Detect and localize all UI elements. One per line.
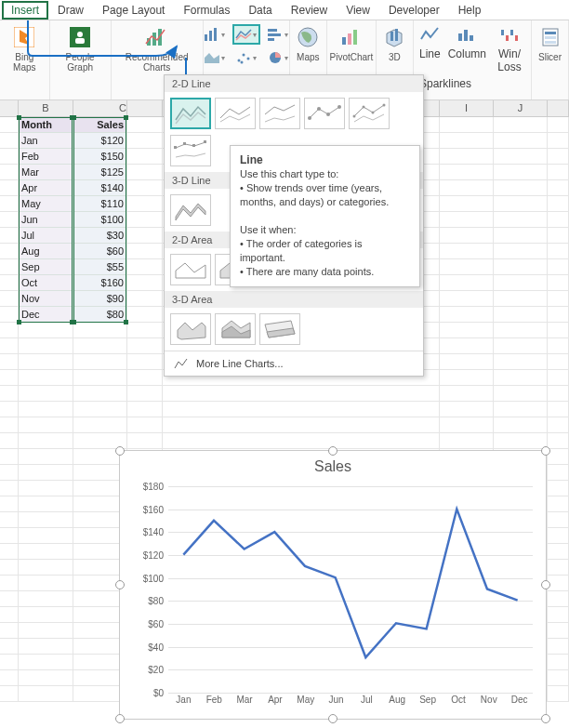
cell[interactable]: Nov [19,291,73,307]
chart-option-100stacked-line-markers[interactable] [170,135,211,166]
svg-rect-44 [174,146,177,149]
tab-help[interactable]: Help [449,1,491,20]
insert-area-chart-button[interactable]: ▾ [201,47,229,68]
cell[interactable]: Mar [19,165,73,180]
svg-rect-22 [353,30,357,45]
chart-option-area[interactable] [170,254,211,285]
cell[interactable]: Jan [19,133,73,149]
svg-rect-11 [268,29,277,32]
tab-formulas[interactable]: Formulas [174,1,239,20]
tab-review[interactable]: Review [282,1,337,20]
svg-point-17 [241,61,244,64]
resize-handle[interactable] [541,714,550,723]
svg-rect-29 [506,35,509,41]
col-header-J[interactable]: J [494,100,548,117]
chart-tooltip: Line Use this chart type to: • Show tren… [230,145,420,287]
svg-rect-4 [75,38,85,44]
cell[interactable]: $60 [73,244,127,259]
cell[interactable]: Feb [19,149,73,165]
slicer-button[interactable]: Slicer [532,20,569,99]
cell[interactable]: $90 [73,291,127,307]
chart-option-stacked-line-markers[interactable] [349,98,390,129]
svg-rect-45 [183,142,186,145]
tab-draw[interactable]: Draw [48,1,93,20]
section-2d-line: 2-D Line [165,75,423,92]
sparkline-winloss-label: Win/ Loss [494,47,525,73]
resize-handle[interactable] [541,580,550,589]
col-header-C[interactable]: C [73,100,127,117]
resize-handle[interactable] [115,446,125,456]
sparkline-winloss-button[interactable]: Win/ Loss [494,24,525,73]
cell[interactable]: $120 [73,133,127,149]
tab-data[interactable]: Data [239,1,281,20]
people-graph-button[interactable]: People Graph [50,20,112,99]
insert-bar-chart-button[interactable]: ▾ [264,24,292,45]
insert-column-chart-button[interactable]: ▾ [201,24,229,45]
cell[interactable]: $150 [73,149,127,165]
svg-rect-26 [464,30,468,41]
cell[interactable]: Jun [19,212,73,228]
cell[interactable]: $30 [73,228,127,244]
chart-option-100stacked-line[interactable] [259,98,300,129]
resize-handle[interactable] [541,446,550,456]
insert-line-chart-button[interactable]: ▾ [232,24,260,45]
sparkline-column-button[interactable]: Column [448,24,486,73]
chart-option-3d-line[interactable] [170,194,211,226]
cell[interactable]: Oct [19,275,73,291]
pivotchart-label: PivotChart [330,52,374,62]
chart-option-3d-area[interactable] [170,313,211,345]
svg-rect-20 [342,37,346,45]
ribbon-tabs: Insert Draw Page Layout Formulas Data Re… [0,0,569,20]
resize-handle[interactable] [115,714,125,723]
insert-scatter-chart-button[interactable]: ▾ [232,47,260,68]
insert-pie-chart-button[interactable]: ▾ [264,47,292,68]
3d-map-icon [381,24,407,50]
resize-handle[interactable] [328,714,337,723]
more-line-charts-label: More Line Charts... [196,358,284,369]
cell[interactable]: Dec [19,307,73,323]
svg-point-41 [363,106,365,109]
resize-handle[interactable] [115,580,125,589]
cell[interactable]: $110 [73,196,127,212]
chart-option-stacked-line[interactable] [215,98,256,129]
embedded-chart[interactable]: Sales $0$20$40$60$80$100$120$140$160$180… [119,450,547,720]
tooltip-title: Line [240,153,263,166]
resize-handle[interactable] [328,446,337,456]
bing-maps-button[interactable]: Bing Maps [0,20,50,99]
col-header-B[interactable]: B [19,100,73,117]
svg-point-40 [353,115,356,118]
cell[interactable]: Jul [19,228,73,244]
maps-icon [295,24,321,50]
tooltip-bullet: • There are many data points. [240,266,374,277]
tab-page-layout[interactable]: Page Layout [93,1,174,20]
cell[interactable]: May [19,196,73,212]
tab-view[interactable]: View [337,1,379,20]
plot-area[interactable]: $0$20$40$60$80$100$120$140$160$180JanFeb… [168,486,533,691]
cell[interactable]: $100 [73,212,127,228]
svg-point-15 [243,54,245,57]
col-header-I[interactable]: I [440,100,494,117]
tooltip-bullet: • Show trends over time (years, months, … [240,182,389,207]
svg-rect-21 [348,33,351,45]
svg-rect-24 [395,29,398,41]
cell[interactable]: Apr [19,180,73,196]
cell[interactable]: $140 [73,180,127,196]
more-line-charts[interactable]: More Line Charts... [165,351,423,376]
sparklines-group: Line Column Win/ Loss Sparklines [414,20,532,99]
cell[interactable]: Aug [19,244,73,259]
chart-option-3d-stacked-area[interactable] [215,313,256,345]
tab-insert[interactable]: Insert [2,1,48,20]
cell[interactable]: Sales [73,117,127,133]
chart-option-3d-100stacked-area[interactable] [259,313,300,345]
cell[interactable]: $80 [73,307,127,323]
cell[interactable]: $125 [73,165,127,180]
chart-option-line-markers[interactable] [304,98,345,129]
cell[interactable]: Month [19,117,73,133]
cell[interactable]: Sep [19,259,73,275]
svg-rect-33 [545,32,556,34]
sparkline-line-button[interactable]: Line [419,24,441,73]
cell[interactable]: $160 [73,275,127,291]
chart-option-line[interactable] [170,98,211,129]
cell[interactable]: $55 [73,259,127,275]
tab-developer[interactable]: Developer [379,1,449,20]
